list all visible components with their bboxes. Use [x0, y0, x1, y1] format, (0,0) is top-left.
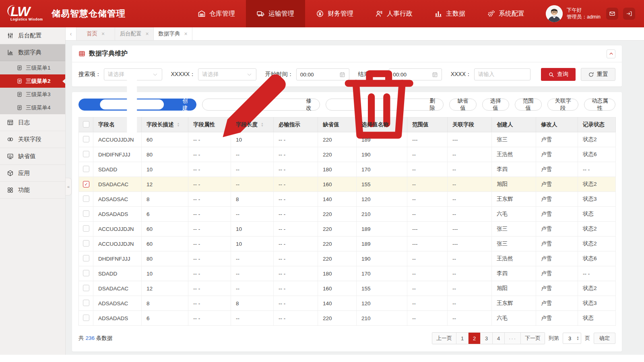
page-4-button[interactable]: 4 [493, 333, 505, 344]
table-cell: 8 [231, 296, 274, 311]
nav-item-system-config[interactable]: 系统配置 [476, 0, 535, 27]
table-row: ACCUOJJDJN60-- -10-- -220189------张三卢雪状态… [79, 237, 616, 251]
tab-backend-config[interactable]: 后台配置× [115, 27, 154, 40]
sort-icon[interactable]: ▲▼ [177, 122, 180, 127]
sidebar-subitem-label: 三级菜单3 [26, 91, 51, 98]
gear-icon [487, 10, 495, 18]
sidebar-collapse-handle[interactable]: « [66, 178, 72, 195]
row-checkbox[interactable] [83, 270, 89, 276]
confirm-page-button[interactable]: 确定 [594, 333, 615, 344]
row-checkbox[interactable] [83, 195, 89, 202]
stepper-arrows-icon[interactable]: ▲▼ [576, 336, 581, 341]
prev-page-button[interactable]: 上一页 [432, 333, 456, 344]
panel-collapse-button[interactable] [607, 49, 615, 58]
cell-value: -- [452, 315, 456, 321]
page-ellipsis: ··· [505, 333, 521, 344]
related-field-button[interactable]: 关联字段 [547, 99, 579, 111]
nav-item-transport[interactable]: 运输管理 [246, 0, 305, 27]
default-value-button[interactable]: 缺省值 [449, 99, 476, 111]
sliders-icon [7, 32, 14, 39]
table-cell: 状态2 [578, 237, 616, 251]
tab-scroll-left-button[interactable]: ‹ [66, 27, 76, 40]
page-title: 数据字典维护 [89, 49, 128, 58]
mail-button[interactable] [606, 8, 618, 20]
sort-icon[interactable]: ▲▼ [261, 122, 264, 127]
logout-button[interactable] [623, 8, 635, 20]
sidebar-item-submenu-2[interactable]: 三级菜单2 [0, 74, 65, 88]
modify-button[interactable]: 修改 [202, 99, 320, 111]
reset-button[interactable]: 重置 [581, 68, 615, 81]
sidebar-item-submenu-4[interactable]: 三级菜单4 [0, 101, 65, 114]
goto-page-input[interactable]: 3▲▼ [563, 333, 581, 344]
close-icon[interactable]: × [145, 31, 149, 37]
close-icon[interactable]: × [184, 31, 187, 37]
cell-value: 160 [323, 181, 332, 187]
cell-value: 张三 [497, 226, 508, 232]
select-all-checkbox[interactable] [83, 121, 89, 128]
sidebar-item-apps[interactable]: 应用 [0, 165, 65, 182]
cell-value: 6 [147, 211, 150, 217]
sidebar-item-submenu-3[interactable]: 三级菜单3 [0, 88, 65, 101]
tab-home[interactable]: 首页× [76, 27, 115, 40]
cell-value: -- [236, 315, 239, 321]
nav-item-finance[interactable]: 财务管理 [305, 0, 364, 27]
sidebar-item-submenu-1[interactable]: 三级菜单1 [0, 61, 65, 74]
page-2-button[interactable]: 2 [469, 333, 481, 344]
row-checkbox[interactable] [83, 136, 89, 142]
table-cell: DSADACAC [93, 177, 142, 192]
page-3-button[interactable]: 3 [481, 333, 493, 344]
sidebar-subitem-label: 三级菜单2 [26, 78, 51, 85]
row-checkbox[interactable] [83, 240, 89, 247]
sidebar-item-backend-config[interactable]: 后台配置 [0, 27, 65, 44]
table-cell: --- [448, 222, 492, 237]
sidebar-item-label: 数据字典 [18, 49, 41, 56]
cell-value: 189 [361, 137, 371, 143]
row-checkbox-cell [79, 192, 93, 207]
cell-value: -- [236, 271, 239, 277]
sidebar-item-logs[interactable]: 日志 [0, 114, 65, 131]
cell-value: 8 [147, 196, 150, 202]
tab-label: 首页 [87, 30, 97, 37]
row-checkbox[interactable] [83, 285, 89, 291]
row-checkbox[interactable] [83, 166, 89, 172]
sidebar-subitem-label: 三级菜单4 [26, 104, 51, 111]
row-checkbox[interactable] [83, 225, 89, 232]
range-value-button[interactable]: 范围值 [515, 99, 542, 111]
table-cell: 10 [142, 162, 188, 177]
nav-item-label: 系统配置 [499, 10, 524, 18]
sidebar-item-default-values[interactable]: 缺省值 [0, 148, 65, 165]
app-logo: LW Logistics Wisdom [0, 4, 49, 23]
sidebar-item-functions[interactable]: 功能 [0, 182, 65, 199]
nav-item-hr[interactable]: 人事行政 [364, 0, 423, 27]
nav-item-warehouse[interactable]: 仓库管理 [187, 0, 246, 27]
table-cell: -- [448, 311, 492, 326]
cell-value: 张三 [497, 241, 508, 247]
sidebar-item-related-fields[interactable]: 关联字段 [0, 131, 65, 148]
total-count: 共236条数据 [78, 335, 113, 342]
query-button[interactable]: 查询 [541, 68, 576, 81]
nav-item-master-data[interactable]: 主数据 [423, 0, 476, 27]
avatar[interactable] [546, 5, 563, 22]
table-cell: -- - [274, 237, 318, 251]
tab-data-dict[interactable]: 数据字典× [154, 27, 192, 40]
create-button[interactable]: 创建 [78, 99, 196, 111]
cell-value: 10 [236, 226, 242, 232]
delete-button[interactable]: 删除 [326, 99, 444, 111]
select-value-button[interactable]: 选择值 [482, 99, 509, 111]
filter-xxxx-input[interactable]: 请输入 [474, 68, 530, 80]
row-checkbox[interactable] [83, 315, 89, 321]
row-checkbox[interactable] [83, 210, 89, 217]
row-checkbox-cell [79, 311, 93, 326]
row-checkbox[interactable] [83, 151, 89, 157]
row-checkbox[interactable]: ✓ [83, 181, 89, 187]
row-checkbox[interactable] [83, 255, 89, 261]
table-cell: 140 [318, 192, 357, 207]
row-checkbox[interactable] [83, 300, 89, 306]
page-1-button[interactable]: 1 [456, 333, 469, 344]
sidebar-item-data-dict[interactable]: 数据字典 [0, 44, 65, 61]
row-checkbox-cell [79, 266, 93, 281]
cell-value: --- [412, 241, 418, 247]
next-page-button[interactable]: 下一页 [521, 333, 545, 344]
dynamic-attr-button[interactable]: 动态属性 [584, 99, 615, 111]
close-icon[interactable]: × [101, 31, 105, 37]
